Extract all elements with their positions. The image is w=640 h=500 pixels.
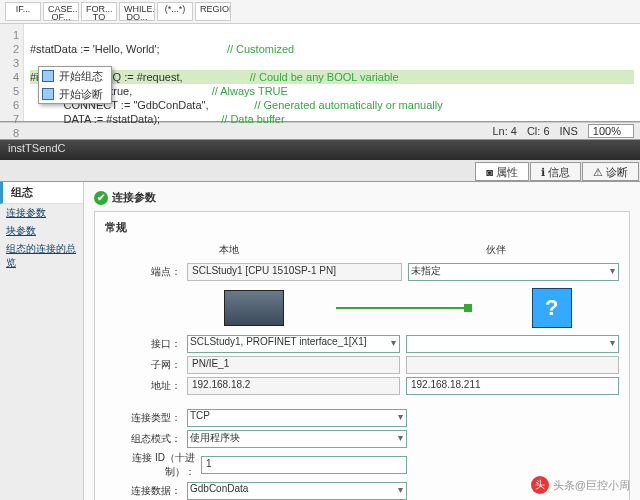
conn-data-select[interactable]: GdbConData (187, 482, 407, 500)
label-endpoint: 端点： (105, 265, 181, 279)
connection-line (336, 307, 471, 309)
side-item-conn-overview[interactable]: 组态的连接的总览 (0, 240, 83, 272)
snippet-if[interactable]: IF... (5, 2, 41, 21)
col-header-partner: 伙伴 (372, 243, 619, 257)
label-conn-data: 连接数据： (105, 484, 181, 498)
address-partner-input[interactable]: 192.168.18.211 (406, 377, 619, 395)
address-local: 192.168.18.2 (187, 377, 400, 395)
tab-info[interactable]: ℹ 信息 (530, 162, 581, 181)
section-title: ✔连接参数 (94, 190, 630, 205)
side-item-block-params[interactable]: 块参数 (0, 222, 83, 240)
window-title: instTSendC (0, 140, 640, 160)
ctx-start-config[interactable]: 开始组态 (39, 67, 111, 85)
interface-partner-select[interactable] (406, 335, 619, 353)
label-subnet: 子网： (105, 358, 181, 372)
content-pane: ✔连接参数 常规 本地 伙伴 端点： SCLStudy1 [CPU 1510SP… (84, 182, 640, 500)
tab-diagnostics[interactable]: ⚠ 诊断 (582, 162, 639, 181)
code-editor[interactable]: 12345678 开始组态 开始诊断 #statData := 'Hello, … (0, 24, 640, 122)
col-header-local: 本地 (105, 243, 352, 257)
code-body[interactable]: 开始组态 开始诊断 #statData := 'Hello, World'; /… (24, 24, 640, 121)
conn-id-input[interactable]: 1 (201, 456, 407, 474)
ctx-start-diag[interactable]: 开始诊断 (39, 85, 111, 103)
label-conn-id: 连接 ID（十进制）： (105, 451, 195, 479)
config-icon (42, 70, 54, 82)
side-item-conn-params[interactable]: 连接参数 (0, 204, 83, 222)
snippet-toolbar: IF... CASE... OF... FOR... TO DO... WHIL… (0, 0, 640, 24)
group-title-general: 常规 (105, 220, 619, 235)
label-config-mode: 组态模式： (105, 432, 181, 446)
subnet-partner (406, 356, 619, 374)
snippet-while[interactable]: WHILE... DO... (119, 2, 155, 21)
label-address: 地址： (105, 379, 181, 393)
context-menu: 开始组态 开始诊断 (38, 66, 112, 104)
snippet-case[interactable]: CASE... OF... (43, 2, 79, 21)
line-gutter: 12345678 (0, 24, 24, 121)
diag-icon (42, 88, 54, 100)
snippet-region[interactable]: REGION (195, 2, 231, 21)
tab-properties[interactable]: ◙ 属性 (475, 162, 529, 181)
endpoint-partner-select[interactable]: 未指定 (408, 263, 619, 281)
group-general: 常规 本地 伙伴 端点： SCLStudy1 [CPU 1510SP-1 PN]… (94, 211, 630, 500)
subnet-local: PN/IE_1 (187, 356, 400, 374)
label-interface: 接口： (105, 337, 181, 351)
config-mode-select[interactable]: 使用程序块 (187, 430, 407, 448)
check-icon: ✔ (94, 191, 108, 205)
interface-local-select[interactable]: SCLStudy1, PROFINET interface_1[X1] (187, 335, 400, 353)
side-nav: 组态 连接参数 块参数 组态的连接的总览 (0, 182, 84, 500)
local-device-image (187, 288, 322, 328)
side-tab-config[interactable]: 组态 (0, 182, 83, 204)
snippet-for[interactable]: FOR... TO DO... (81, 2, 117, 21)
label-conn-type: 连接类型： (105, 411, 181, 425)
conn-type-select[interactable]: TCP (187, 409, 407, 427)
endpoint-local: SCLStudy1 [CPU 1510SP-1 PN] (187, 263, 402, 281)
snippet-comment[interactable]: (*...*) (157, 2, 193, 21)
partner-device-image: ? (484, 288, 619, 328)
property-tabs: ◙ 属性 ℹ 信息 ⚠ 诊断 (0, 160, 640, 182)
